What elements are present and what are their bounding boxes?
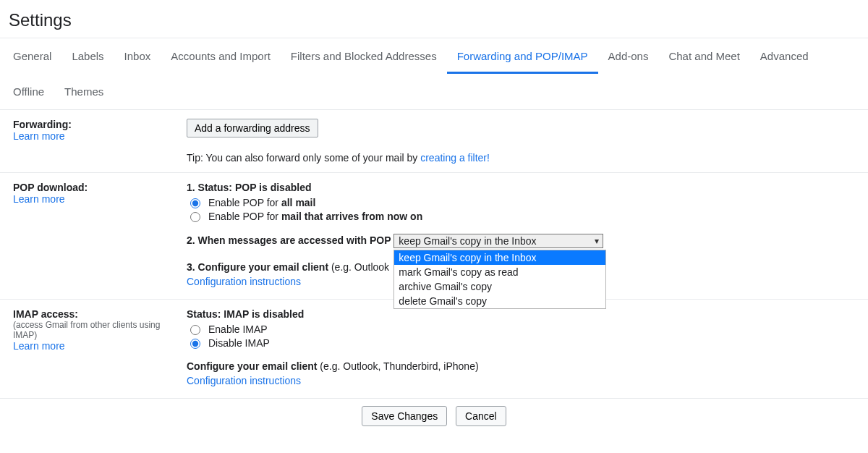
imap-radio-disable-label: Disable IMAP bbox=[208, 337, 270, 349]
forwarding-learn-more-link[interactable]: Learn more bbox=[13, 130, 65, 142]
imap-config-instructions-link[interactable]: Configuration instructions bbox=[187, 375, 301, 386]
pop-learn-more-link[interactable]: Learn more bbox=[13, 193, 65, 205]
imap-radio-disable[interactable] bbox=[190, 339, 200, 349]
pop-config-instructions-link[interactable]: Configuration instructions bbox=[187, 276, 301, 287]
pop-option-archive[interactable]: archive Gmail's copy bbox=[394, 279, 605, 294]
tab-advanced[interactable]: Advanced bbox=[750, 38, 819, 74]
pop-select-value: keep Gmail's copy in the Inbox bbox=[399, 235, 536, 247]
pop-configure-bold: 3. Configure your email client bbox=[187, 261, 328, 273]
pop-radio-now-prefix: Enable POP for bbox=[208, 211, 281, 222]
tab-accounts-import[interactable]: Accounts and Import bbox=[161, 38, 281, 74]
pop-option-mark-read[interactable]: mark Gmail's copy as read bbox=[394, 265, 605, 279]
save-changes-button[interactable]: Save Changes bbox=[362, 406, 447, 426]
section-pop: POP download: Learn more 1. Status: POP … bbox=[0, 173, 868, 300]
pop-option-delete[interactable]: delete Gmail's copy bbox=[394, 294, 605, 308]
forwarding-label: Forwarding: bbox=[13, 119, 187, 130]
imap-radio-enable-label: Enable IMAP bbox=[208, 323, 268, 335]
pop-status-prefix: 1. Status: bbox=[187, 182, 235, 193]
pop-radio-now-bold: mail that arrives from now on bbox=[281, 211, 422, 222]
imap-sublabel: (access Gmail from other clients using I… bbox=[13, 320, 187, 340]
tab-forwarding-pop-imap[interactable]: Forwarding and POP/IMAP bbox=[447, 38, 598, 74]
pop-radio-from-now[interactable] bbox=[190, 212, 200, 222]
tab-chat-meet[interactable]: Chat and Meet bbox=[658, 38, 749, 74]
tab-general[interactable]: General bbox=[3, 38, 61, 74]
pop-radio-all-prefix: Enable POP for bbox=[208, 197, 281, 208]
pop-access-dropdown: keep Gmail's copy in the Inbox mark Gmai… bbox=[393, 250, 606, 309]
pop-option-keep-inbox[interactable]: keep Gmail's copy in the Inbox bbox=[394, 250, 605, 265]
tab-addons[interactable]: Add-ons bbox=[598, 38, 659, 74]
imap-radio-enable[interactable] bbox=[190, 325, 200, 335]
page-title: Settings bbox=[0, 0, 868, 38]
tab-labels[interactable]: Labels bbox=[61, 38, 114, 74]
pop-label: POP download: bbox=[13, 182, 187, 193]
imap-label: IMAP access: bbox=[13, 308, 187, 320]
create-filter-link[interactable]: creating a filter! bbox=[420, 152, 490, 164]
imap-status-prefix: Status: bbox=[187, 308, 224, 320]
tab-inbox[interactable]: Inbox bbox=[114, 38, 161, 74]
chevron-down-icon: ▾ bbox=[595, 236, 599, 246]
pop-access-select[interactable]: keep Gmail's copy in the Inbox ▾ bbox=[393, 234, 603, 248]
section-imap: IMAP access: (access Gmail from other cl… bbox=[0, 300, 868, 399]
tab-filters[interactable]: Filters and Blocked Addresses bbox=[281, 38, 447, 74]
add-forwarding-address-button[interactable]: Add a forwarding address bbox=[187, 119, 318, 137]
imap-status-value: IMAP is disabled bbox=[224, 308, 304, 320]
pop-radio-all-bold: all mail bbox=[281, 197, 315, 208]
imap-configure-rest: (e.g. Outlook, Thunderbird, iPhone) bbox=[317, 360, 478, 372]
pop-configure-rest: (e.g. Outlook bbox=[328, 261, 389, 273]
pop-status-value: POP is disabled bbox=[235, 182, 312, 193]
footer-buttons: Save Changes Cancel bbox=[0, 399, 868, 441]
tab-offline[interactable]: Offline bbox=[3, 74, 54, 109]
tab-themes[interactable]: Themes bbox=[54, 74, 114, 109]
tabs-bar: General Labels Inbox Accounts and Import… bbox=[0, 38, 868, 110]
cancel-button[interactable]: Cancel bbox=[456, 406, 506, 426]
imap-learn-more-link[interactable]: Learn more bbox=[13, 340, 65, 352]
pop-when-label: 2. When messages are accessed with POP bbox=[187, 234, 391, 246]
pop-radio-all-mail[interactable] bbox=[190, 198, 200, 208]
section-forwarding: Forwarding: Learn more Add a forwarding … bbox=[0, 110, 868, 173]
imap-configure-bold: Configure your email client bbox=[187, 360, 317, 372]
forwarding-tip-text: Tip: You can also forward only some of y… bbox=[187, 152, 420, 164]
